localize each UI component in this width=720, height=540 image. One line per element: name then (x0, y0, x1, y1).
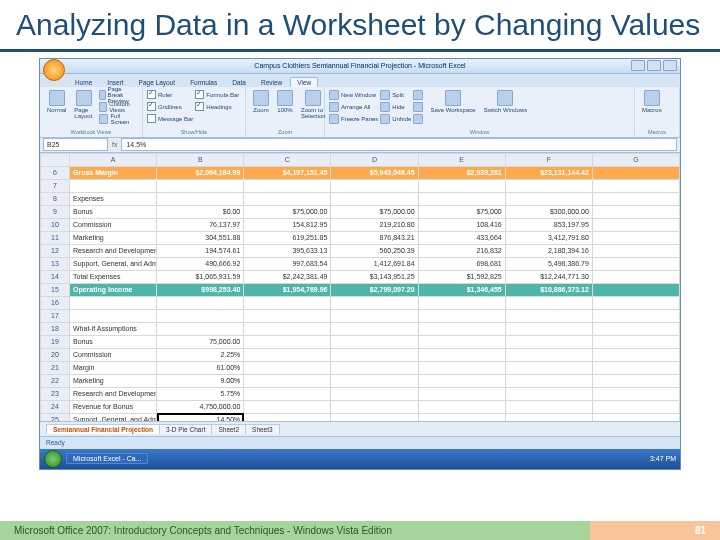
cell[interactable] (505, 348, 592, 361)
cell[interactable]: 4,750,000.00 (157, 400, 244, 413)
cell[interactable]: $4,197,151.45 (244, 166, 331, 179)
cell[interactable] (331, 309, 418, 322)
cell[interactable]: $75,000.00 (244, 205, 331, 218)
cell[interactable] (592, 205, 679, 218)
cell[interactable] (592, 244, 679, 257)
cell[interactable] (244, 400, 331, 413)
cell[interactable] (592, 257, 679, 270)
row-header[interactable]: 17 (41, 309, 70, 322)
page-layout-button[interactable]: Page Layout (71, 89, 97, 120)
cell[interactable]: 216,832 (418, 244, 505, 257)
full-screen-button[interactable]: Full Screen (99, 113, 138, 125)
cell[interactable] (331, 296, 418, 309)
cell[interactable]: 395,633.13 (244, 244, 331, 257)
cell[interactable]: Support, General, and Administrative (70, 413, 157, 421)
ribbon-tab-data[interactable]: Data (225, 77, 253, 87)
cell[interactable]: 3,412,791.80 (505, 231, 592, 244)
ribbon-tab-formulas[interactable]: Formulas (183, 77, 224, 87)
cell[interactable]: $1,954,769.96 (244, 283, 331, 296)
cell[interactable] (331, 387, 418, 400)
message-bar-checkbox[interactable]: Message Bar (147, 113, 193, 125)
zoom-100-button[interactable]: 100% (274, 89, 296, 114)
reset-position-button[interactable] (413, 113, 425, 125)
cell[interactable]: Expenses (70, 192, 157, 205)
cell[interactable]: Bonus (70, 335, 157, 348)
cell[interactable] (244, 322, 331, 335)
cell[interactable] (331, 361, 418, 374)
name-box[interactable]: B25 (43, 138, 108, 151)
cell[interactable] (592, 309, 679, 322)
cell[interactable] (505, 413, 592, 421)
cell[interactable]: $1,346,455 (418, 283, 505, 296)
cell[interactable]: 9.00% (157, 374, 244, 387)
formula-bar[interactable]: 14.5% (121, 138, 677, 151)
cell[interactable]: 194,574.61 (157, 244, 244, 257)
cell[interactable]: Commission (70, 218, 157, 231)
cell[interactable] (244, 374, 331, 387)
row-header[interactable]: 7 (41, 179, 70, 192)
sheet-tab[interactable]: Semiannual Financial Projection (46, 424, 160, 434)
macros-button[interactable]: Macros (639, 89, 665, 114)
column-header[interactable]: F (505, 153, 592, 166)
sync-scroll-button[interactable] (413, 101, 425, 113)
cell[interactable] (505, 387, 592, 400)
cell[interactable] (331, 413, 418, 421)
row-header[interactable]: 6 (41, 166, 70, 179)
cell[interactable] (592, 179, 679, 192)
formula-bar-checkbox[interactable]: Formula Bar (195, 89, 239, 101)
cell[interactable] (331, 374, 418, 387)
cell[interactable] (157, 309, 244, 322)
cell[interactable]: $998,253.40 (157, 283, 244, 296)
cell[interactable] (331, 348, 418, 361)
cell[interactable] (70, 179, 157, 192)
cell[interactable] (418, 361, 505, 374)
page-break-button[interactable]: Page Break Preview (99, 89, 138, 101)
freeze-panes-button[interactable]: Freeze Panes (329, 113, 378, 125)
cell[interactable] (418, 348, 505, 361)
cell[interactable]: Margin (70, 361, 157, 374)
cell[interactable] (592, 322, 679, 335)
cell[interactable]: $10,886,373.12 (505, 283, 592, 296)
cell[interactable] (418, 413, 505, 421)
row-header[interactable]: 8 (41, 192, 70, 205)
row-header[interactable]: 24 (41, 400, 70, 413)
cell[interactable] (592, 400, 679, 413)
cell[interactable]: 876,843.21 (331, 231, 418, 244)
cell[interactable] (418, 179, 505, 192)
start-button[interactable] (44, 450, 62, 468)
cell[interactable] (592, 231, 679, 244)
cell[interactable]: Total Expenses (70, 270, 157, 283)
cell[interactable]: 76,137.97 (157, 218, 244, 231)
cell[interactable]: $1,065,931.59 (157, 270, 244, 283)
row-header[interactable]: 12 (41, 244, 70, 257)
cell[interactable]: 1,412,691.84 (331, 257, 418, 270)
select-all-cell[interactable] (41, 153, 70, 166)
cell[interactable]: 154,812.95 (244, 218, 331, 231)
cell[interactable]: $5,943,048.45 (331, 166, 418, 179)
cell[interactable]: 219,210.80 (331, 218, 418, 231)
cell[interactable] (418, 335, 505, 348)
row-header[interactable]: 18 (41, 322, 70, 335)
ruler-checkbox[interactable]: Ruler (147, 89, 193, 101)
cell[interactable] (418, 296, 505, 309)
cell[interactable] (505, 374, 592, 387)
cell[interactable]: Operating Income (70, 283, 157, 296)
hide-button[interactable]: Hide (380, 101, 411, 113)
cell[interactable] (157, 192, 244, 205)
cell[interactable] (244, 296, 331, 309)
cell[interactable]: Research and Development (70, 244, 157, 257)
cell[interactable]: 619,251.85 (244, 231, 331, 244)
cell[interactable] (70, 296, 157, 309)
cell[interactable] (157, 296, 244, 309)
cell[interactable]: 698,681 (418, 257, 505, 270)
cell[interactable]: Support, General, and Administrative (70, 257, 157, 270)
cell[interactable] (244, 309, 331, 322)
cell[interactable] (157, 322, 244, 335)
cell[interactable] (244, 387, 331, 400)
cell[interactable] (244, 348, 331, 361)
cell[interactable]: 14.50% (157, 413, 244, 421)
taskbar-app-button[interactable]: Microsoft Excel - Ca... (66, 453, 148, 464)
cell[interactable]: 433,664 (418, 231, 505, 244)
cell[interactable]: 2,180,394.16 (505, 244, 592, 257)
row-header[interactable]: 16 (41, 296, 70, 309)
